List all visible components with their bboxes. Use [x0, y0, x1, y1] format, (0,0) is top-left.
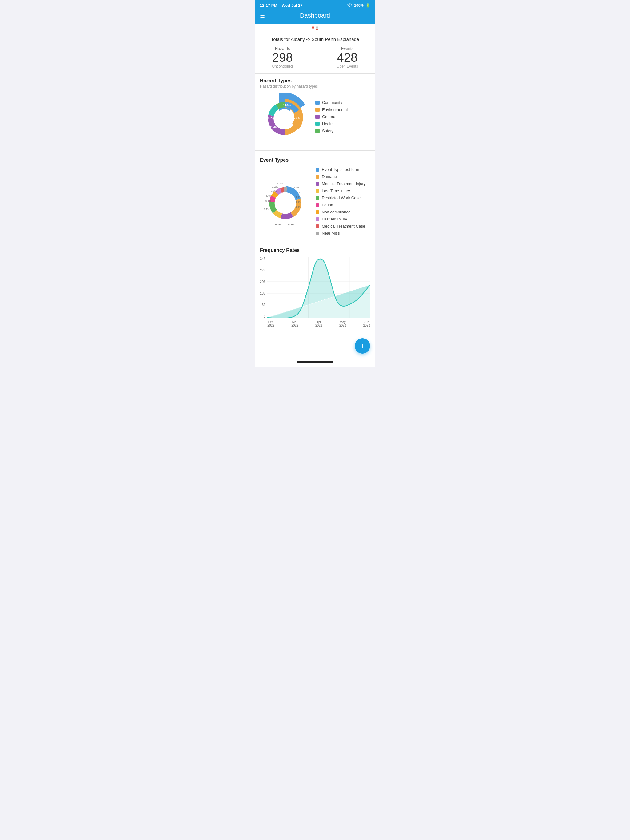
hazard-types-subtitle: Hazard distribution by hazard types — [260, 84, 370, 88]
status-icons: 100% 🔋 — [347, 3, 370, 8]
hazards-sublabel: Uncontrolled — [272, 64, 293, 69]
event-chart-area: 2.7% 2.7% 2.7% 2.7% 2.7% 18.9% 21.6% 8.1… — [255, 164, 375, 243]
y-axis: 343 275 206 137 69 0 — [260, 257, 268, 318]
legend-medical-treatment-case: Medical Treatment Case — [316, 224, 370, 229]
svg-text:2.7%: 2.7% — [296, 206, 301, 208]
svg-point-0 — [350, 6, 350, 7]
legend-community: Community — [315, 100, 370, 105]
svg-text:8.1%: 8.1% — [264, 208, 269, 211]
app-header: ☰ Dashboard — [255, 9, 375, 24]
status-bar: 12:17 PM Wed Jul 27 100% 🔋 — [255, 0, 375, 9]
general-color — [315, 115, 320, 119]
fab-button[interactable]: + — [355, 338, 370, 354]
events-sublabel: Open Events — [337, 64, 358, 69]
safety-color — [315, 129, 320, 133]
legend-health: Health — [315, 122, 370, 126]
x-feb: Feb2022 — [268, 321, 274, 327]
svg-point-3 — [275, 109, 294, 128]
y-343: 343 — [260, 257, 266, 261]
carousel-dot-2 — [316, 27, 318, 28]
health-color — [315, 122, 320, 126]
legend-damage: Damage — [316, 174, 370, 179]
svg-text:5.4%: 5.4% — [266, 199, 271, 202]
svg-text:4.4%: 4.4% — [271, 190, 277, 193]
y-137: 137 — [260, 292, 266, 295]
x-apr: Apr2022 — [315, 321, 322, 327]
event-types-section: Event Types — [255, 153, 375, 243]
y-275: 275 — [260, 268, 266, 272]
svg-text:18.9%: 18.9% — [275, 223, 282, 226]
home-indicator-area — [255, 358, 375, 368]
general-label: General — [322, 114, 336, 119]
events-value: 428 — [337, 51, 358, 64]
home-bar — [296, 361, 334, 363]
y-69: 69 — [262, 303, 266, 306]
x-may: May2022 — [339, 321, 346, 327]
carousel-dot-1 — [312, 27, 314, 28]
community-color — [315, 101, 320, 105]
legend-fauna: Fauna — [316, 203, 370, 207]
hazard-types-title: Hazard Types — [260, 78, 370, 84]
event-types-title: Event Types — [260, 158, 370, 163]
environmental-label: Environmental — [322, 107, 348, 112]
legend-first-aid-injury: First Aid Injury — [316, 217, 370, 221]
svg-text:2.7%: 2.7% — [296, 201, 301, 204]
frequency-chart: Feb2022 Mar2022 Apr2022 May2022 Jun2022 — [268, 257, 370, 327]
svg-text:21.6%: 21.6% — [288, 223, 295, 226]
legend-event-type-test: Event Type Test form — [316, 167, 370, 172]
y-206: 206 — [260, 280, 266, 284]
svg-point-1 — [316, 28, 318, 30]
safety-label: Safety — [322, 128, 334, 133]
legend-general: General — [315, 114, 370, 119]
community-label: Community — [322, 100, 342, 105]
wifi-icon — [347, 3, 352, 8]
frequency-rates-section: Frequency Rates 343 275 206 137 69 0 — [255, 243, 375, 330]
date: Wed Jul 27 — [282, 3, 303, 8]
hazard-donut-chart: 14.3% 35.7% 21.4% 28.6% — [260, 93, 309, 143]
svg-point-8 — [277, 194, 294, 212]
hazards-total: Hazards 298 Uncontrolled — [272, 46, 293, 69]
hazard-chart-area: 14.3% 35.7% 21.4% 28.6% Community Enviro… — [255, 90, 375, 148]
events-total: Events 428 Open Events — [337, 46, 358, 69]
totals-divider — [315, 47, 315, 67]
legend-medical-treatment-injury: Medical Treatment Injury — [316, 182, 370, 186]
frequency-chart-container: 343 275 206 137 69 0 — [260, 257, 370, 327]
carousel-bar — [255, 24, 375, 32]
legend-safety: Safety — [315, 128, 370, 133]
x-axis: Feb2022 Mar2022 Apr2022 May2022 Jun2022 — [268, 321, 370, 327]
legend-environmental: Environmental — [315, 107, 370, 112]
totals-title: Totals for Albany -> South Perth Esplana… — [261, 36, 369, 42]
totals-row: Hazards 298 Uncontrolled Events 428 Open… — [261, 46, 369, 69]
event-types-header: Event Types — [255, 153, 375, 164]
status-time-date: 12:17 PM Wed Jul 27 — [260, 3, 303, 8]
battery-icon: 🔋 — [366, 3, 370, 8]
health-label: Health — [322, 122, 334, 126]
svg-text:21.4%: 21.4% — [269, 126, 277, 129]
frequency-rates-title: Frequency Rates — [260, 248, 370, 253]
svg-text:4.4%: 4.4% — [272, 186, 278, 188]
main-content: Totals for Albany -> South Perth Esplana… — [255, 24, 375, 333]
page-title: Dashboard — [300, 12, 330, 19]
legend-restricted-work-case: Restricted Work Case — [316, 196, 370, 200]
legend-non-compliance: Non compliance — [316, 210, 370, 214]
event-legend: Event Type Test form Damage Medical Trea… — [316, 167, 370, 238]
svg-text:2.7%: 2.7% — [294, 186, 299, 189]
y-0: 0 — [264, 314, 266, 318]
legend-near-miss: Near Miss — [316, 231, 370, 235]
hazard-types-section: Hazard Types Hazard distribution by haza… — [255, 74, 375, 148]
hazard-legend: Community Environmental General Health S… — [315, 100, 370, 136]
battery: 100% — [354, 3, 364, 8]
fab-container: + — [255, 333, 375, 358]
event-donut-chart: 2.7% 2.7% 2.7% 2.7% 2.7% 18.9% 21.6% 8.1… — [260, 177, 311, 229]
hazard-types-header: Hazard Types Hazard distribution by haza… — [255, 74, 375, 90]
svg-text:2.7%: 2.7% — [296, 196, 301, 199]
environmental-color — [315, 107, 320, 112]
legend-lost-time-injury: Lost Time Injury — [316, 188, 370, 193]
svg-text:4.4%: 4.4% — [277, 182, 283, 185]
events-label: Events — [337, 46, 358, 51]
x-mar: Mar2022 — [291, 321, 298, 327]
totals-section: Totals for Albany -> South Perth Esplana… — [255, 32, 375, 74]
svg-text:2.7%: 2.7% — [295, 191, 301, 194]
hamburger-menu[interactable]: ☰ — [260, 12, 265, 19]
hazards-label: Hazards — [272, 46, 293, 51]
